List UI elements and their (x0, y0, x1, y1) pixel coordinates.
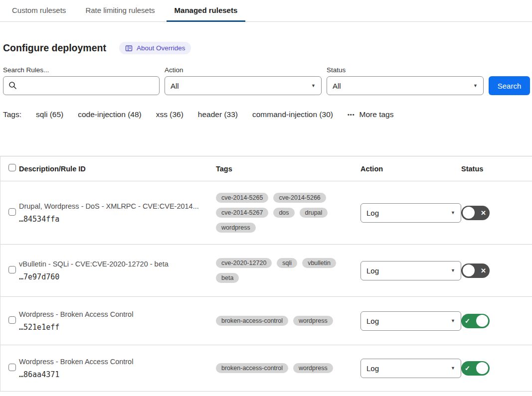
rule-status-toggle[interactable]: ✓ ✕ (461, 314, 490, 328)
rule-tag: sqli (277, 258, 297, 268)
row-checkbox[interactable] (8, 316, 16, 324)
filter-bar: Search Rules... Action All ▼ (0, 66, 532, 95)
managed-rulesets-page: Custom rulesets Rate limiting rulesets M… (0, 0, 532, 396)
toggle-knob (463, 207, 475, 219)
x-icon: ✕ (481, 210, 486, 216)
rule-action-select[interactable]: Log (360, 261, 461, 280)
search-label: Search Rules... (3, 66, 165, 74)
heading-row: Configure deployment About Overrides (0, 42, 532, 54)
page-title: Configure deployment (3, 42, 106, 54)
rule-title: vBulletin - SQLi - CVE:CVE-2020-12720 - … (19, 260, 216, 268)
rules-table: Description/Rule ID Tags Action Status D… (0, 156, 532, 392)
status-filter-field: Status All ▼ (327, 66, 489, 95)
rule-status-toggle[interactable]: ✓ ✕ (461, 206, 490, 220)
rule-title: Wordpress - Broken Access Control (19, 310, 216, 318)
rule-tag: wordpress (216, 223, 256, 233)
row-checkbox[interactable] (8, 208, 16, 216)
rule-id: …521e1eff (19, 323, 216, 332)
rule-tag: beta (216, 273, 239, 283)
toggle-knob (476, 315, 488, 327)
tag-link-header[interactable]: header (33) (198, 110, 238, 119)
more-tags-label: More tags (359, 110, 394, 119)
more-tags-button[interactable]: ••• More tags (348, 110, 393, 119)
rule-tag: cve-2014-5266 (273, 193, 326, 203)
row-checkbox[interactable] (8, 364, 16, 371)
about-overrides-label: About Overrides (137, 44, 185, 52)
check-icon: ✓ (465, 365, 470, 372)
rule-title: Wordpress - Broken Access Control (19, 358, 216, 366)
action-filter-select[interactable]: All (165, 76, 322, 95)
toggle-knob (476, 362, 488, 374)
check-icon: ✓ (465, 318, 470, 324)
rule-id: …84534ffa (19, 215, 216, 224)
tab-custom-rulesets[interactable]: Custom rulesets (4, 0, 74, 22)
rule-tag: broken-access-control (216, 363, 288, 373)
action-filter-label: Action (165, 66, 327, 74)
rule-action-select[interactable]: Log (360, 311, 461, 331)
status-filter-label: Status (327, 66, 489, 74)
table-row: vBulletin - SQLi - CVE:CVE-2020-12720 - … (0, 245, 532, 297)
rule-tag: cve-2020-12720 (216, 258, 272, 268)
row-checkbox[interactable] (8, 266, 16, 273)
tag-link-sqli[interactable]: sqli (65) (36, 110, 63, 119)
search-field: Search Rules... (3, 66, 165, 95)
select-all-checkbox[interactable] (8, 164, 16, 171)
toggle-knob (463, 264, 475, 276)
status-filter-select[interactable]: All (327, 76, 484, 95)
rule-status-toggle[interactable]: ✓ ✕ (461, 264, 490, 278)
tags-bar-label: Tags: (3, 110, 21, 119)
rule-status-toggle[interactable]: ✓ ✕ (461, 361, 490, 376)
tab-managed-rulesets[interactable]: Managed rulesets (167, 0, 246, 22)
tags-bar: Tags: sqli (65) code-injection (48) xss … (0, 110, 532, 119)
table-row: Wordpress - Broken Access Control …86aa4… (0, 345, 532, 392)
rule-tag: wordpress (293, 316, 333, 326)
rule-id: …7e97d760 (19, 272, 216, 281)
about-overrides-link[interactable]: About Overrides (119, 42, 191, 54)
book-icon (125, 45, 133, 52)
column-header-status: Status (461, 165, 532, 173)
tab-rate-limiting-rulesets[interactable]: Rate limiting rulesets (77, 0, 163, 22)
tag-link-xss[interactable]: xss (36) (156, 110, 183, 119)
rule-tag: cve-2014-5267 (216, 208, 268, 218)
search-button[interactable]: Search (489, 76, 530, 95)
table-row: Drupal, Wordpress - DoS - XMLRPC - CVE:C… (0, 181, 532, 245)
column-header-action: Action (360, 165, 461, 173)
tag-link-code-injection[interactable]: code-injection (48) (78, 110, 142, 119)
rule-tag: cve-2014-5265 (216, 193, 268, 203)
rule-action-select[interactable]: Log (360, 203, 461, 223)
rule-action-select[interactable]: Log (360, 359, 461, 378)
action-filter-field: Action All ▼ (165, 66, 327, 95)
rule-id: …86aa4371 (19, 370, 216, 379)
column-header-tags: Tags (216, 165, 360, 173)
rule-tag: drupal (300, 208, 328, 218)
table-row: Wordpress - Broken Access Control …521e1… (0, 297, 532, 345)
tag-link-command-injection[interactable]: command-injection (30) (252, 110, 333, 119)
ellipsis-icon: ••• (348, 112, 355, 118)
rule-tag: broken-access-control (216, 316, 288, 326)
x-icon: ✕ (481, 267, 486, 274)
rule-tag: vbulletin (302, 258, 336, 268)
rule-tag: dos (273, 208, 294, 218)
ruleset-tabbar: Custom rulesets Rate limiting rulesets M… (0, 0, 532, 22)
column-header-description: Description/Rule ID (19, 165, 216, 173)
table-header-row: Description/Rule ID Tags Action Status (0, 156, 532, 181)
rule-title: Drupal, Wordpress - DoS - XMLRPC - CVE:C… (19, 202, 216, 210)
rule-tag: wordpress (293, 363, 333, 373)
search-rules-input[interactable] (3, 76, 160, 95)
